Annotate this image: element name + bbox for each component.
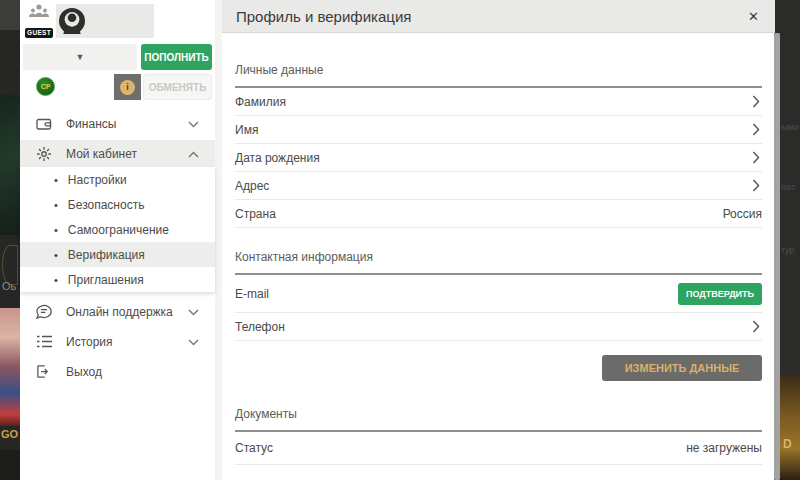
sidebar-item-security[interactable]: • Безопасность xyxy=(20,192,215,217)
sidebar-item-cabinet[interactable]: Мой кабинет xyxy=(20,140,215,167)
section-heading-documents: Документы xyxy=(235,407,762,432)
guest-indicator: GUEST xyxy=(24,3,54,39)
scrollbar-track xyxy=(774,33,780,480)
chevron-right-icon xyxy=(752,179,762,192)
sidebar-item-label: Финансы xyxy=(66,117,116,131)
gear-icon xyxy=(36,146,54,162)
backdrop-block xyxy=(0,95,20,235)
backdrop-text-fragment: ыми xyxy=(781,122,799,132)
bullet-icon: • xyxy=(54,274,58,286)
guest-badge: GUEST xyxy=(25,28,54,38)
modal-header: Профиль и верификация ✕ xyxy=(222,0,775,33)
sidebar-item-support[interactable]: Онлайн поддержка xyxy=(20,298,215,325)
status-value: не загружены xyxy=(686,441,762,455)
row-label: Имя xyxy=(235,123,258,137)
sidebar-item-label: История xyxy=(66,335,113,349)
sidebar-item-label: Онлайн поддержка xyxy=(66,305,173,319)
cp-coin-icon: CP xyxy=(36,77,55,96)
row-birthdate[interactable]: Дата рождения xyxy=(235,144,762,172)
profile-verification-panel: Профиль и верификация ✕ Личные данные Фа… xyxy=(222,0,775,480)
chevron-up-icon xyxy=(188,147,199,161)
chevron-right-icon xyxy=(752,123,762,136)
close-icon[interactable]: ✕ xyxy=(748,9,759,24)
sidebar-item-label: Безопасность xyxy=(68,198,145,212)
bullet-icon: • xyxy=(54,174,58,186)
row-firstname[interactable]: Имя xyxy=(235,116,762,144)
panel-gap xyxy=(215,0,222,480)
sidebar-item-finance[interactable]: Финансы xyxy=(20,110,215,137)
sidebar-item-invitations[interactable]: • Приглашения xyxy=(20,267,215,292)
backdrop-banner-image: D xyxy=(780,375,800,480)
sidebar-item-history[interactable]: История xyxy=(20,328,215,355)
sidebar-item-label: Верификация xyxy=(68,248,145,262)
scrollbar-thumb[interactable] xyxy=(774,33,780,480)
sidebar-item-label: Мой кабинет xyxy=(66,147,137,161)
row-email: E-mail ПОДТВЕРДИТЬ xyxy=(235,275,762,313)
bullet-icon: • xyxy=(54,249,58,261)
sidebar-item-label: Приглашения xyxy=(68,273,144,287)
row-label: Статус xyxy=(235,441,273,455)
row-phone[interactable]: Телефон xyxy=(235,313,762,341)
backdrop-text-fragment: Оь xyxy=(2,280,16,292)
sidebar-item-label: Настройки xyxy=(68,173,127,187)
backdrop-block xyxy=(0,450,20,480)
info-button[interactable]: i xyxy=(114,74,141,100)
row-label: Дата рождения xyxy=(235,151,320,165)
backdrop-banner-image xyxy=(0,308,20,426)
avatar-icon xyxy=(59,8,85,34)
sidebar-item-label: Выход xyxy=(66,365,102,379)
backdrop-text-fragment: GO xyxy=(1,428,18,440)
section-heading-contact: Контактная информация xyxy=(235,250,762,275)
row-status: Статус не загружены xyxy=(235,432,762,465)
row-label: Телефон xyxy=(235,320,285,334)
topup-button[interactable]: ПОПОЛНИТЬ xyxy=(141,44,212,70)
wallet-icon xyxy=(36,117,54,131)
list-icon xyxy=(36,335,54,348)
edit-data-button[interactable]: ИЗМЕНИТЬ ДАННЫЕ xyxy=(602,355,762,381)
chevron-right-icon xyxy=(752,95,762,108)
users-group-icon xyxy=(28,4,50,17)
chevron-right-icon xyxy=(752,151,762,164)
backdrop-text-fragment: пас xyxy=(781,182,795,192)
row-address[interactable]: Адрес xyxy=(235,172,762,200)
chevron-down-icon xyxy=(188,117,199,131)
balance-dropdown[interactable]: ▼ xyxy=(23,44,137,70)
logout-icon xyxy=(36,364,54,379)
sidebar-item-settings[interactable]: • Настройки xyxy=(20,167,215,192)
row-country: Страна Россия xyxy=(235,200,762,228)
row-value: Россия xyxy=(723,207,762,221)
sidebar-item-verification[interactable]: • Верификация xyxy=(20,242,215,267)
dropdown-arrow-icon: ▼ xyxy=(76,52,85,62)
page-backdrop-right: ыми пас тур D xyxy=(780,0,800,480)
confirm-email-button[interactable]: ПОДТВЕРДИТЬ xyxy=(678,283,762,305)
page-backdrop-left: Оь GO xyxy=(0,0,20,480)
bullet-icon: • xyxy=(54,224,58,236)
sidebar-item-selflimit[interactable]: • Самоограничение xyxy=(20,217,215,242)
bullet-icon: • xyxy=(54,199,58,211)
row-label: Адрес xyxy=(235,179,269,193)
sidebar-item-logout[interactable]: Выход xyxy=(20,358,215,385)
chevron-right-icon xyxy=(752,320,762,333)
chevron-down-icon xyxy=(188,335,199,349)
row-label: E-mail xyxy=(235,287,269,301)
chat-bubble-icon xyxy=(36,304,54,319)
backdrop-text-fragment: тур xyxy=(781,245,795,255)
backdrop-block xyxy=(0,0,20,30)
info-icon: i xyxy=(120,80,135,95)
section-heading-personal: Личные данные xyxy=(235,63,762,88)
chevron-down-icon xyxy=(188,305,199,319)
exchange-button[interactable]: ОБМЕНЯТЬ xyxy=(143,74,212,100)
page-title: Профиль и верификация xyxy=(236,8,411,25)
cabinet-submenu: • Настройки • Безопасность • Самоогранич… xyxy=(20,167,215,292)
account-sidebar: GUEST ▼ ПОПОЛНИТЬ CP i ОБМЕНЯТЬ Финансы xyxy=(20,0,215,480)
row-label: Страна xyxy=(235,207,276,221)
avatar[interactable] xyxy=(56,4,154,38)
row-lastname[interactable]: Фамилия xyxy=(235,88,762,116)
backdrop-text-fragment: D xyxy=(783,437,792,451)
row-label: Фамилия xyxy=(235,95,286,109)
sidebar-item-label: Самоограничение xyxy=(68,223,169,237)
